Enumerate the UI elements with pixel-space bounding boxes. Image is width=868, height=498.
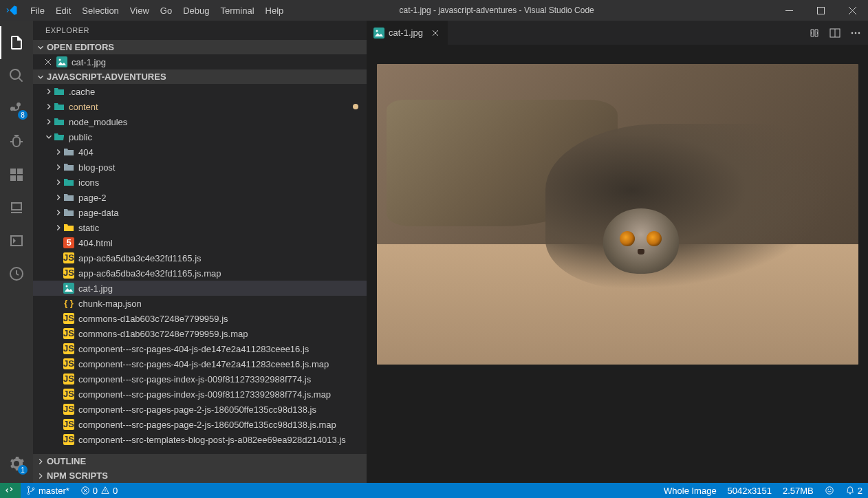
menu-bar: File Edit Selection View Go Debug Termin…: [25, 3, 289, 19]
open-editors-header[interactable]: OPEN EDITORS: [33, 40, 367, 54]
tree-item[interactable]: 5404.html: [33, 235, 367, 250]
activity-scm[interactable]: 8: [0, 92, 33, 125]
tree-item[interactable]: .cache: [33, 84, 367, 99]
tree-item-label: commons-d1ab603c7248e7799959.js: [78, 314, 228, 324]
image-file-icon: [373, 28, 384, 39]
svg-point-37: [855, 32, 857, 34]
activity-explorer[interactable]: [0, 26, 33, 59]
tree-item[interactable]: JSapp-ac6a5dba3c4e32fd1165.js: [33, 250, 367, 266]
svg-text:{ }: { }: [64, 298, 74, 308]
maximize-button[interactable]: [805, 0, 836, 21]
activity-search[interactable]: [0, 59, 33, 92]
file-icon: [63, 177, 74, 188]
activity-extensions[interactable]: [0, 158, 33, 191]
npm-scripts-header[interactable]: NPM SCRIPTS: [33, 468, 367, 483]
close-icon[interactable]: [43, 56, 54, 67]
tree-item[interactable]: JScomponent---src-pages-page-2-js-186050…: [33, 417, 367, 432]
svg-text:JS: JS: [63, 343, 74, 354]
open-editor-item[interactable]: cat-1.jpg: [33, 54, 367, 69]
menu-view[interactable]: View: [124, 3, 155, 19]
more-icon[interactable]: [850, 28, 861, 39]
activity-terminal-icon[interactable]: [0, 224, 33, 257]
outline-label: OUTLINE: [47, 456, 86, 466]
menu-terminal[interactable]: Terminal: [215, 3, 259, 19]
warning-icon: [100, 486, 110, 495]
tree-item[interactable]: JScomponent---src-pages-index-js-009f811…: [33, 371, 367, 387]
remote-indicator[interactable]: [0, 483, 21, 498]
tree-item[interactable]: { }chunk-map.json: [33, 296, 367, 311]
tree-item[interactable]: page-2: [33, 190, 367, 205]
menu-help[interactable]: Help: [260, 3, 290, 19]
close-icon[interactable]: [430, 28, 441, 39]
image-whole-label[interactable]: Whole Image: [658, 483, 722, 498]
tree-item[interactable]: JScomponent---src-pages-404-js-de147e2a4…: [33, 356, 367, 371]
tree-item[interactable]: icons: [33, 175, 367, 190]
tree-item[interactable]: blog-post: [33, 160, 367, 175]
tree-item[interactable]: content: [33, 99, 367, 114]
compare-icon[interactable]: [809, 28, 820, 39]
tree-item[interactable]: public: [33, 129, 367, 144]
tree-item[interactable]: JScomponent---src-pages-index-js-009f811…: [33, 387, 367, 402]
chevron-right-icon: [54, 223, 63, 232]
file-tree[interactable]: .cachecontentnode_modulespublic404blog-p…: [33, 84, 367, 447]
editor-content[interactable]: [367, 45, 868, 483]
tree-item-label: content: [69, 102, 98, 112]
svg-point-33: [376, 30, 378, 32]
tree-item[interactable]: 404: [33, 144, 367, 160]
file-icon: [54, 131, 65, 142]
tree-item[interactable]: cat-1.jpg: [33, 281, 367, 296]
open-editors-label: OPEN EDITORS: [47, 42, 114, 52]
tree-item-label: component---src-pages-index-js-009f81127…: [78, 389, 331, 400]
chevron-right-icon: [44, 87, 54, 96]
tree-item[interactable]: JScomponent---src-pages-404-js-de147e2a4…: [33, 341, 367, 356]
workspace-header[interactable]: JAVASCRIPT-ADVENTURES: [33, 69, 367, 84]
tree-item-label: commons-d1ab603c7248e7799959.js.map: [78, 329, 248, 339]
file-icon: [63, 192, 74, 203]
image-size[interactable]: 2.57MB: [777, 483, 819, 498]
close-button[interactable]: [836, 0, 868, 21]
tree-item[interactable]: JSapp-ac6a5dba3c4e32fd1165.js.map: [33, 266, 367, 281]
menu-file[interactable]: File: [25, 3, 50, 19]
menu-debug[interactable]: Debug: [177, 3, 215, 19]
svg-point-36: [851, 32, 854, 34]
svg-text:5: 5: [66, 237, 71, 248]
status-bar: master* 0 0 Whole Image 5042x3151 2.57MB…: [0, 483, 868, 498]
window-title: cat-1.jpg - javascript-adventures - Visu…: [289, 6, 773, 15]
activity-settings[interactable]: 1: [0, 447, 33, 480]
menu-selection[interactable]: Selection: [76, 3, 124, 19]
tab-cat-1[interactable]: cat-1.jpg: [367, 21, 448, 45]
notifications[interactable]: 2: [840, 483, 868, 498]
outline-header[interactable]: OUTLINE: [33, 454, 367, 468]
file-icon: JS: [63, 404, 74, 415]
tree-item[interactable]: page-data: [33, 205, 367, 220]
menu-go[interactable]: Go: [155, 3, 177, 19]
activity-timeline-icon[interactable]: [0, 257, 33, 290]
svg-text:JS: JS: [63, 313, 74, 323]
svg-point-38: [858, 32, 860, 34]
svg-text:JS: JS: [63, 404, 74, 414]
tree-item[interactable]: static: [33, 220, 367, 235]
svg-point-40: [28, 492, 30, 495]
tree-item[interactable]: JScomponent---src-pages-page-2-js-186050…: [33, 402, 367, 417]
svg-rect-32: [373, 28, 384, 39]
activity-bar: 8 1: [0, 21, 33, 483]
activity-remote[interactable]: [0, 191, 33, 224]
image-dimensions[interactable]: 5042x3151: [722, 483, 777, 498]
split-editor-icon[interactable]: [829, 28, 840, 39]
svg-point-41: [32, 488, 34, 490]
svg-point-39: [28, 486, 30, 488]
tree-item[interactable]: JScommons-d1ab603c7248e7799959.js.map: [33, 326, 367, 341]
feedback-icon[interactable]: [819, 483, 840, 498]
file-icon: [63, 162, 74, 173]
tree-item-label: 404: [78, 147, 94, 158]
tree-item[interactable]: JScomponent---src-templates-blog-post-js…: [33, 432, 367, 447]
menu-edit[interactable]: Edit: [50, 3, 76, 19]
tree-item[interactable]: node_modules: [33, 114, 367, 129]
chevron-right-icon: [36, 457, 45, 466]
activity-debug[interactable]: [0, 125, 33, 158]
tree-item[interactable]: JScommons-d1ab603c7248e7799959.js: [33, 311, 367, 326]
svg-text:JS: JS: [63, 358, 74, 369]
minimize-button[interactable]: [773, 0, 805, 21]
git-branch[interactable]: master*: [21, 483, 75, 498]
problems-indicator[interactable]: 0 0: [75, 483, 123, 498]
